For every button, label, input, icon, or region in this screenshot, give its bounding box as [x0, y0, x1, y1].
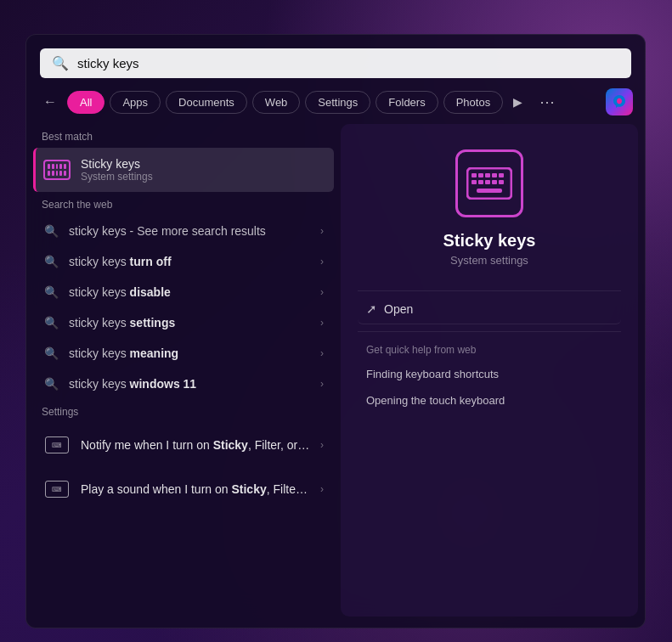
tab-settings[interactable]: Settings	[305, 91, 370, 114]
right-app-subtitle: System settings	[450, 254, 528, 267]
svg-rect-5	[499, 173, 504, 177]
help-link-2[interactable]: Opening the touch keyboard	[358, 387, 621, 414]
svg-rect-3	[485, 173, 490, 177]
tab-web[interactable]: Web	[252, 91, 301, 114]
chevron-settings-2: ›	[320, 483, 324, 495]
svg-rect-2	[478, 173, 483, 177]
web-query-prefix-1: sticky keys	[69, 224, 127, 238]
search-web-icon-6: 🔍	[43, 376, 59, 391]
best-match-item[interactable]: Sticky keys System settings	[33, 148, 334, 192]
web-search-text-2: sticky keys turn off	[69, 255, 310, 268]
search-window: 🔍 ← All Apps Documents Web Settings Fold…	[25, 34, 646, 628]
right-panel: Sticky keys System settings ➚ Open Get q…	[341, 124, 638, 617]
best-match-subtitle: System settings	[81, 171, 324, 183]
open-label: Open	[384, 302, 413, 316]
settings-keyboard-icon-1: ⌨	[43, 431, 71, 459]
web-bold-6: windows 11	[130, 377, 197, 391]
settings-title-2: Play a sound when I turn on Sticky, Filt…	[81, 482, 310, 496]
more-button[interactable]: ⋯	[533, 89, 562, 115]
svg-rect-6	[472, 180, 477, 184]
sticky-keys-icon	[43, 156, 71, 183]
web-search-text-4: sticky keys settings	[69, 316, 310, 329]
key-dot	[56, 164, 59, 169]
web-search-text-6: sticky keys windows 11	[69, 377, 310, 391]
help-link-1[interactable]: Finding keyboard shortcuts	[358, 361, 621, 387]
web-help-label: Get quick help from web	[358, 335, 621, 361]
search-icon: 🔍	[52, 55, 69, 71]
search-web-icon-1: 🔍	[43, 223, 59, 239]
svg-rect-7	[478, 180, 483, 184]
svg-rect-1	[472, 173, 477, 177]
tab-photos[interactable]: Photos	[443, 91, 503, 114]
tab-apps[interactable]: Apps	[110, 91, 161, 114]
key-dot	[59, 164, 62, 169]
tab-all[interactable]: All	[67, 91, 104, 114]
settings-item-2[interactable]: ⌨ Play a sound when I turn on Sticky, Fi…	[33, 467, 334, 511]
search-input[interactable]	[77, 56, 619, 70]
web-bold-2: turn off	[130, 255, 172, 268]
tab-folders[interactable]: Folders	[376, 91, 438, 114]
key-dot	[64, 164, 66, 169]
kbd-icon-tiny-1: ⌨	[45, 436, 69, 453]
chevron-icon-1: ›	[320, 225, 324, 237]
settings-title-1: Notify me when I turn on Sticky, Filter,…	[81, 438, 310, 452]
chevron-settings-1: ›	[320, 439, 324, 451]
key-dot	[52, 164, 54, 169]
settings-keyboard-icon-2: ⌨	[43, 476, 71, 503]
right-app-title: Sticky keys	[443, 231, 536, 251]
web-search-text-1: sticky keys - See more search results	[69, 224, 310, 238]
back-button[interactable]: ←	[38, 91, 62, 113]
web-bold-3: disable	[130, 285, 171, 299]
key-dot	[56, 171, 59, 176]
web-search-item-1[interactable]: 🔍 sticky keys - See more search results …	[33, 216, 334, 246]
search-web-icon-2: 🔍	[43, 254, 59, 269]
search-web-icon-3: 🔍	[43, 284, 59, 300]
play-button[interactable]: ▶	[508, 92, 528, 112]
svg-rect-11	[477, 189, 502, 193]
bold-sticky-1: Sticky	[213, 438, 248, 452]
key-dot	[64, 171, 66, 176]
open-action[interactable]: ➚ Open	[358, 295, 621, 324]
search-web-icon-4: 🔍	[43, 315, 59, 330]
settings-text-1: Notify me when I turn on Sticky, Filter,…	[81, 438, 310, 452]
chevron-icon-5: ›	[320, 347, 324, 359]
tab-documents[interactable]: Documents	[166, 91, 247, 114]
filter-tabs: ← All Apps Documents Web Settings Folder…	[26, 88, 645, 124]
web-bold-4: settings	[130, 316, 176, 329]
settings-item-1[interactable]: ⌨ Notify me when I turn on Sticky, Filte…	[33, 423, 334, 467]
svg-rect-10	[499, 180, 504, 184]
bold-sticky-2: Sticky	[231, 482, 266, 496]
search-web-label: Search the web	[33, 192, 334, 216]
web-search-item-5[interactable]: 🔍 sticky keys meaning ›	[33, 338, 334, 369]
key-dot	[59, 171, 62, 176]
chevron-icon-2: ›	[320, 256, 324, 268]
chevron-icon-4: ›	[320, 317, 324, 329]
svg-rect-9	[492, 180, 497, 184]
keyboard-svg	[466, 167, 512, 200]
web-search-item-3[interactable]: 🔍 sticky keys disable ›	[33, 277, 334, 307]
key-dot	[48, 164, 50, 169]
web-search-text-3: sticky keys disable	[69, 285, 310, 299]
divider-top	[358, 290, 621, 291]
copilot-icon[interactable]	[606, 88, 633, 115]
best-match-title: Sticky keys	[81, 157, 324, 171]
web-search-text-5: sticky keys meaning	[69, 346, 310, 360]
chevron-icon-6: ›	[320, 378, 324, 390]
web-search-item-2[interactable]: 🔍 sticky keys turn off ›	[33, 246, 334, 277]
keyboard-icon-small	[43, 160, 71, 180]
best-match-label: Best match	[33, 124, 334, 148]
web-search-item-4[interactable]: 🔍 sticky keys settings ›	[33, 307, 334, 338]
settings-text-2: Play a sound when I turn on Sticky, Filt…	[81, 482, 310, 496]
search-bar-container: 🔍	[40, 48, 631, 78]
web-query-suffix-1: - See more search results	[127, 224, 266, 238]
open-icon: ➚	[366, 301, 377, 317]
divider-mid	[358, 331, 621, 332]
app-icon-large	[455, 149, 523, 217]
svg-rect-4	[492, 173, 497, 177]
settings-section-label: Settings	[33, 399, 334, 423]
kbd-icon-tiny-2: ⌨	[45, 481, 69, 498]
best-match-text: Sticky keys System settings	[81, 157, 324, 183]
web-search-item-6[interactable]: 🔍 sticky keys windows 11 ›	[33, 369, 334, 399]
key-dot	[52, 171, 54, 176]
left-panel: Best match	[26, 124, 341, 623]
